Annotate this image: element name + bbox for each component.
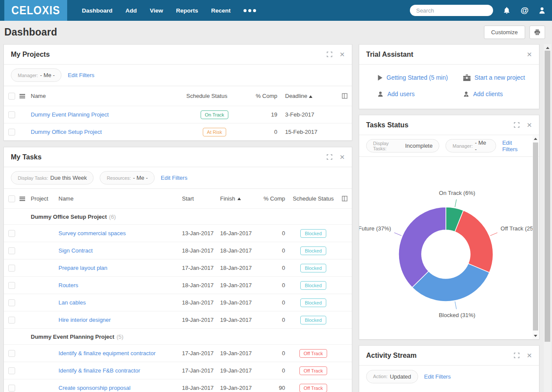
task-link[interactable]: Hire interior designer — [58, 317, 111, 323]
close-icon[interactable]: ✕ — [339, 154, 345, 160]
scrollbar-thumb[interactable] — [533, 143, 538, 330]
slice-label: On Track (6%) — [439, 190, 475, 196]
task-link[interactable]: Sign Contract — [58, 247, 93, 254]
nav-item-reports[interactable]: Reports — [176, 7, 198, 14]
task-link[interactable]: Lan cables — [58, 299, 86, 306]
filter-pill-manager[interactable]: Manager: - Me - — [11, 68, 62, 82]
comp-value: 0 — [261, 367, 285, 374]
group-count: (6) — [109, 214, 116, 220]
select-all-checkbox[interactable] — [8, 93, 15, 100]
nav-item-view[interactable]: View — [150, 7, 163, 14]
row-checkbox[interactable] — [8, 247, 15, 254]
edit-filters-link[interactable]: Edit Filters — [424, 373, 451, 380]
bell-icon[interactable] — [503, 6, 511, 15]
start-value: 17-Jan-2017 — [182, 265, 220, 271]
close-icon[interactable]: ✕ — [526, 352, 532, 359]
select-all-checkbox[interactable] — [8, 195, 15, 202]
row-checkbox[interactable] — [8, 299, 15, 306]
status-badge: Blocked — [300, 264, 326, 272]
task-link[interactable]: Routers — [58, 282, 78, 288]
user-profile-icon[interactable] — [538, 6, 546, 14]
table-menu-icon[interactable] — [19, 94, 25, 98]
column-header-start[interactable]: Start — [182, 195, 220, 202]
task-link[interactable]: Create sponsorship proposal — [58, 385, 130, 391]
task-link[interactable]: Identify & finalize equipment contractor — [58, 350, 156, 356]
column-settings-icon[interactable] — [337, 196, 347, 201]
scroll-up-icon[interactable] — [545, 45, 551, 51]
donut-slice-off-track[interactable] — [455, 211, 493, 272]
column-header-comp[interactable]: % Comp — [243, 93, 277, 99]
scrollbar-thumb[interactable] — [545, 51, 550, 342]
getting-started-link[interactable]: Getting Started (5 min) — [377, 74, 463, 81]
column-settings-icon[interactable] — [337, 93, 347, 99]
expand-icon[interactable] — [327, 52, 332, 57]
column-header-deadline[interactable]: Deadline — [277, 93, 337, 99]
task-link[interactable]: Identify & finalize F&B contractor — [58, 367, 140, 374]
nav-item-dashboard[interactable]: Dashboard — [82, 7, 113, 14]
mentions-icon[interactable]: @ — [520, 6, 529, 15]
edit-filters-link[interactable]: Edit Filters — [68, 72, 94, 78]
column-header-schedule-status[interactable]: Schedule Status — [186, 93, 243, 99]
filter-pill-action[interactable]: Action: Updated — [366, 370, 418, 383]
column-header-finish[interactable]: Finish — [220, 195, 261, 202]
expand-icon[interactable] — [327, 154, 332, 160]
column-header-project[interactable]: Project — [31, 195, 55, 202]
customize-button[interactable]: Customize — [484, 26, 525, 39]
link-label: Start a new project — [474, 74, 525, 81]
filter-value: - Me - — [40, 72, 55, 78]
row-checkbox[interactable] — [8, 230, 15, 237]
donut-slice-future[interactable] — [399, 207, 446, 287]
table-menu-icon[interactable] — [19, 197, 25, 201]
scroll-up-icon[interactable] — [533, 136, 539, 142]
nav-item-recent[interactable]: Recent — [211, 7, 231, 14]
close-icon[interactable]: ✕ — [339, 51, 345, 58]
link-label: Add users — [387, 91, 415, 97]
edit-filters-link[interactable]: Edit Filters — [161, 175, 187, 181]
filter-pill-resources[interactable]: Resources: - Me - — [100, 171, 155, 185]
row-checkbox[interactable] — [8, 385, 15, 392]
start-value: 18-Jan-2017 — [182, 385, 220, 391]
print-button[interactable] — [529, 26, 545, 39]
more-menu-icon[interactable] — [244, 9, 256, 12]
row-checkbox[interactable] — [8, 129, 15, 136]
add-clients-link[interactable]: Add clients — [463, 91, 532, 97]
slice-label: Off Track (25%) — [500, 225, 533, 232]
row-checkbox[interactable] — [8, 265, 15, 272]
row-checkbox[interactable] — [8, 317, 15, 324]
filter-pill-display-tasks[interactable]: Display Tasks: Due this Week — [11, 171, 94, 185]
project-link[interactable]: Dummy Event Planning Project — [31, 111, 109, 118]
finish-value: 19-Jan-2017 — [220, 350, 261, 356]
table-row: Dummy Office Setup Project At Risk 0 15-… — [4, 123, 352, 140]
close-icon[interactable]: ✕ — [526, 51, 532, 58]
search-input[interactable] — [410, 5, 493, 16]
comp-value: 90 — [261, 385, 285, 391]
expand-icon[interactable] — [514, 122, 520, 128]
row-checkbox[interactable] — [8, 111, 15, 118]
edit-filters-link[interactable]: Edit Filters — [502, 139, 529, 152]
row-checkbox[interactable] — [8, 367, 15, 374]
nav-item-add[interactable]: Add — [126, 7, 137, 14]
page-scrollbar[interactable] — [544, 44, 551, 392]
row-checkbox[interactable] — [8, 350, 15, 357]
start-new-project-link[interactable]: Start a new project — [463, 74, 532, 81]
column-header-name[interactable]: Name — [31, 93, 186, 99]
scroll-down-icon[interactable] — [533, 333, 539, 339]
column-header-comp[interactable]: % Comp — [261, 195, 285, 202]
filter-pill-manager[interactable]: Manager: - Me - — [445, 139, 496, 152]
task-link[interactable]: Survey commercial spaces — [58, 230, 126, 236]
expand-icon[interactable] — [514, 353, 520, 358]
deadline-value: 3-Feb-2017 — [277, 111, 337, 118]
close-icon[interactable]: ✕ — [526, 122, 532, 128]
filter-label: Resources: — [107, 175, 131, 181]
celoxis-logo[interactable]: CELOXIS — [4, 0, 67, 21]
comp-value: 0 — [261, 230, 285, 236]
panel-scrollbar[interactable] — [533, 136, 539, 339]
column-header-name[interactable]: Name — [55, 195, 182, 202]
filter-label: Display Tasks: — [373, 141, 403, 151]
row-checkbox[interactable] — [8, 282, 15, 289]
filter-pill-display-tasks[interactable]: Display Tasks: Incomplete — [366, 139, 439, 152]
project-link[interactable]: Dummy Office Setup Project — [31, 129, 102, 135]
column-header-schedule-status[interactable]: Schedule Status — [289, 195, 337, 202]
add-users-link[interactable]: Add users — [377, 91, 463, 97]
task-link[interactable]: Prepare layout plan — [58, 265, 107, 271]
